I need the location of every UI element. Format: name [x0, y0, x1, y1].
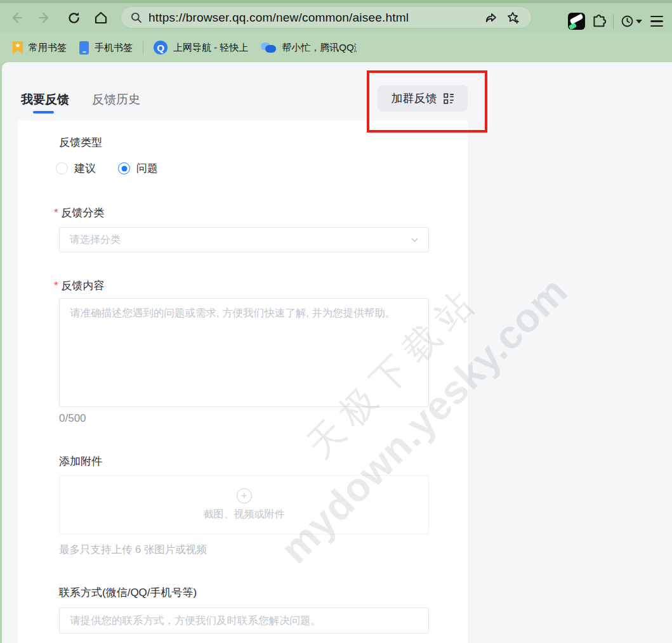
- radio-problem-label[interactable]: 问题: [136, 161, 158, 176]
- category-label: 反馈分类: [54, 205, 104, 220]
- content-textarea[interactable]: [59, 298, 429, 407]
- bookmark-label: 常用书签: [29, 42, 67, 54]
- puzzle-icon: [591, 14, 607, 29]
- bookmark-navigation[interactable]: Q 上网导航 - 轻快上: [147, 37, 254, 58]
- feedback-form-panel: 反馈类型 建议 问题 反馈分类 请选择分类 反馈内容 0/500 添加附件 + …: [18, 120, 468, 643]
- history-caret-icon: [636, 20, 642, 23]
- category-placeholder: 请选择分类: [70, 233, 410, 247]
- category-select[interactable]: 请选择分类: [59, 227, 429, 252]
- phone-icon: [79, 41, 89, 55]
- feedback-type-options: 建议 问题: [56, 161, 158, 176]
- toolbar-separator: [613, 14, 614, 29]
- forward-button[interactable]: [34, 7, 56, 29]
- star-add-icon: [506, 11, 520, 25]
- url-text[interactable]: https://browser.qq.com/new/common/aisee.…: [148, 11, 480, 25]
- back-button[interactable]: [5, 7, 27, 29]
- extension-logo-icon: [568, 13, 585, 30]
- search-icon: [130, 11, 143, 24]
- upload-dropzone[interactable]: + 截图、视频或附件: [59, 475, 429, 535]
- bookmark-label: 手机书签: [95, 42, 133, 54]
- char-counter: 0/500: [59, 412, 86, 425]
- refresh-button[interactable]: [63, 7, 84, 29]
- feedback-page: 我要反馈 反馈历史 加群反馈 反馈类型 建议 问题 反馈分类 请选择分类 反馈内…: [2, 62, 672, 643]
- qr-code-icon: [444, 93, 454, 104]
- history-clock-icon: [620, 14, 635, 29]
- home-icon: [93, 10, 109, 25]
- cloud-icon: [261, 41, 276, 54]
- history-button[interactable]: [616, 10, 645, 33]
- bookmark-helper[interactable]: 帮小忙，腾讯QQ浏: [254, 37, 363, 58]
- back-icon: [13, 13, 22, 22]
- forward-icon: [39, 13, 48, 22]
- upload-text: 截图、视频或附件: [204, 508, 285, 521]
- menu-button[interactable]: [645, 10, 668, 33]
- qq-nav-icon: Q: [154, 41, 168, 55]
- plus-circle-icon: +: [237, 488, 252, 503]
- radio-problem[interactable]: [118, 162, 130, 174]
- extensions-button[interactable]: [588, 10, 610, 33]
- active-tab-underline: [33, 111, 54, 114]
- bookmark-ribbon-icon: [13, 41, 23, 55]
- join-group-feedback-button[interactable]: 加群反馈: [378, 85, 468, 112]
- bookmarks-bar: 常用书签 手机书签 Q 上网导航 - 轻快上 帮小忙，腾讯QQ浏: [0, 33, 672, 62]
- bookmark-mobile[interactable]: 手机书签: [73, 37, 139, 58]
- join-group-label: 加群反馈: [392, 91, 437, 106]
- radio-suggestion-label[interactable]: 建议: [74, 161, 96, 176]
- refresh-icon: [67, 11, 81, 25]
- home-button[interactable]: [90, 7, 112, 29]
- address-bar[interactable]: https://browser.qq.com/new/common/aisee.…: [121, 6, 532, 29]
- send-to-device-button[interactable]: [480, 8, 502, 27]
- bookmark-label: 上网导航 - 轻快上: [173, 42, 248, 54]
- feedback-type-label: 反馈类型: [59, 135, 102, 150]
- bookmark-label: 帮小忙，腾讯QQ浏: [282, 42, 357, 54]
- contact-label: 联系方式(微信/QQ/手机号等): [59, 585, 197, 600]
- share-forward-icon: [484, 11, 498, 25]
- upload-hint: 最多只支持上传 6 张图片或视频: [59, 543, 207, 557]
- content-label: 反馈内容: [54, 278, 104, 293]
- browser-toolbar: https://browser.qq.com/new/common/aisee.…: [0, 3, 672, 33]
- bookmarks-separator: [143, 41, 143, 54]
- chevron-down-icon: [410, 235, 419, 245]
- attachment-label: 添加附件: [59, 454, 102, 469]
- bookmark-common[interactable]: 常用书签: [6, 37, 73, 58]
- tab-my-feedback[interactable]: 我要反馈: [21, 91, 69, 108]
- hamburger-icon: [650, 16, 663, 27]
- extension-shortcut-button[interactable]: [565, 10, 588, 33]
- radio-suggestion[interactable]: [56, 162, 68, 174]
- bookmark-page-button[interactable]: [502, 8, 524, 27]
- tab-feedback-history[interactable]: 反馈历史: [92, 91, 140, 108]
- contact-input[interactable]: [59, 607, 429, 633]
